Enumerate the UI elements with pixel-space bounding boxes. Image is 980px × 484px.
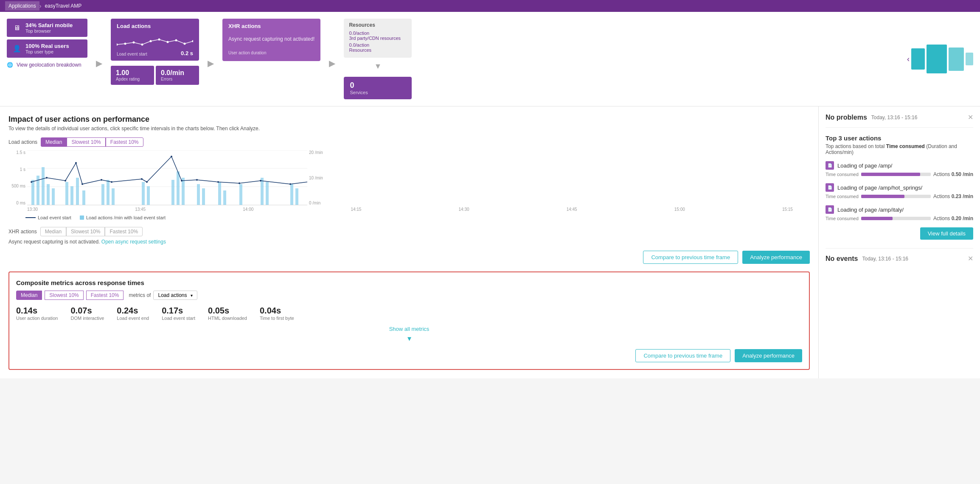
composite-filter-row: Median Slowest 10% Fastest 10% metrics o… — [16, 291, 802, 300]
down-arrow: ▼ — [344, 62, 412, 71]
geolocation-link[interactable]: 🌐 View geolocation breakdown — [7, 60, 87, 70]
view-full-btn[interactable]: View full details — [920, 227, 973, 240]
svg-point-4 — [150, 40, 152, 42]
compare-btn-1[interactable]: Compare to previous time frame — [643, 251, 738, 264]
load-chart-svg — [117, 32, 193, 49]
filter-fastest[interactable]: Fastest 10% — [106, 137, 143, 147]
breadcrumb-applications[interactable]: Applications — [5, 1, 39, 11]
no-problems-header: No problems Today, 13:16 - 15:16 ✕ — [826, 113, 973, 121]
ua-icon-1: 📄 — [826, 183, 834, 192]
svg-rect-39 — [295, 188, 298, 205]
y-label-0ms: 0 ms — [8, 201, 25, 205]
svg-point-6 — [167, 41, 169, 43]
svg-point-55 — [289, 183, 291, 185]
filter-median[interactable]: Median — [41, 137, 67, 147]
ua-icon-0: 📄 — [826, 161, 834, 170]
ua-icon-2: 📄 — [826, 205, 834, 214]
compare-btn-2[interactable]: Compare to previous time frame — [635, 349, 730, 362]
thumbnail-area: ‹ — [907, 19, 973, 99]
services-label: Services — [350, 90, 406, 95]
metric-val-3: 0.17s — [162, 306, 195, 316]
no-problems-time: Today, 13:16 - 15:16 — [871, 115, 918, 120]
impact-subtitle: To view the details of individual user a… — [8, 126, 810, 131]
composite-filter-slowest[interactable]: Slowest 10% — [45, 291, 83, 300]
time-consumed-2: Time consumed Actions 0.20 /min — [826, 215, 973, 221]
legend-load-actions: Load actions /min with load event start — [80, 215, 166, 220]
ua-name-0: 📄 Loading of page /amp/ — [826, 161, 973, 170]
load-value: 0.2 s — [181, 50, 193, 56]
progress-bg-2 — [861, 217, 931, 220]
metric-lbl-2: Load event end — [117, 316, 149, 321]
svg-rect-38 — [290, 184, 293, 205]
x-label-1345: 13:45 — [135, 207, 146, 212]
y-label-1s: 1 s — [8, 167, 25, 172]
svg-rect-33 — [218, 182, 221, 205]
load-actions-dropdown[interactable]: Load actions ▾ — [153, 291, 197, 300]
services-val: 0 — [350, 81, 406, 90]
analyze-btn-1[interactable]: Analyze performance — [742, 251, 810, 264]
legend-load-label: Load event start — [38, 215, 71, 220]
progress-fill-2 — [861, 217, 893, 220]
svg-point-41 — [46, 177, 48, 179]
ua-name-2: 📄 Loading of page /amp/italy/ — [826, 205, 973, 214]
top3-subtitle-bold: Time consumed — [886, 143, 925, 149]
tc-label-2: Time consumed — [826, 216, 859, 221]
resource-item-2[interactable]: 0.0/actionResources — [349, 42, 407, 53]
user-type-badge: 👤 100% Real users Top user type — [7, 39, 87, 58]
filter-slowest[interactable]: Slowest 10% — [67, 137, 105, 147]
svg-point-45 — [101, 179, 102, 181]
xhr-filter-median[interactable]: Median — [40, 227, 66, 236]
x-label-1500: 15:00 — [674, 207, 685, 212]
svg-point-2 — [133, 42, 135, 44]
composite-filter-fastest[interactable]: Fastest 10% — [86, 291, 124, 300]
svg-rect-29 — [177, 171, 180, 205]
xhr-filter-slowest[interactable]: Slowest 10% — [66, 227, 105, 236]
y-axis-left: 1.5 s 1 s 500 ms 0 ms — [8, 150, 27, 205]
metric-lbl-1: DOM interactive — [70, 316, 104, 321]
svg-rect-19 — [65, 182, 68, 205]
metric-val-4: 0.05s — [208, 306, 247, 316]
impact-title: Impact of user actions on performance — [8, 115, 810, 124]
xhr-filter-fastest[interactable]: Fastest 10% — [105, 227, 143, 236]
metric-load-event-start: 0.17s Load event start — [162, 306, 195, 321]
resource-item-1[interactable]: 0.0/action3rd party/CDN resources — [349, 31, 407, 41]
svg-rect-26 — [142, 182, 145, 205]
top3-subtitle: Top actions based on total Time consumed… — [826, 143, 973, 155]
chevron-down-icon[interactable]: ▾ — [16, 334, 802, 343]
svg-point-54 — [260, 180, 261, 182]
svg-rect-36 — [261, 178, 264, 205]
show-all-link[interactable]: Show all metrics — [16, 326, 802, 332]
left-panel: Impact of user actions on performance To… — [0, 106, 819, 378]
header: Applications › easyTravel AMP — [0, 0, 980, 12]
thumb-box-4 — [966, 53, 973, 65]
arrow-3: ▶ — [326, 27, 339, 99]
metric-lbl-4: HTML downloaded — [208, 316, 247, 321]
resources-title: Resources — [349, 22, 407, 28]
async-msg-text: Async request capturing is not activated… — [8, 239, 100, 245]
user-action-item-0: 📄 Loading of page /amp/ Time consumed Ac… — [826, 161, 973, 177]
svg-point-8 — [184, 43, 186, 45]
events-close-icon[interactable]: ✕ — [968, 255, 973, 263]
ua-label-0: Loading of page /amp/ — [837, 162, 892, 169]
close-icon[interactable]: ✕ — [968, 113, 973, 121]
chart-container: 1.5 s 1 s 500 ms 0 ms — [8, 150, 810, 212]
x-label-1445: 14:45 — [567, 207, 577, 212]
thumb-nav-left[interactable]: ‹ — [907, 55, 910, 64]
x-label-1430: 14:30 — [459, 207, 469, 212]
async-link[interactable]: Open async request settings — [101, 239, 166, 245]
load-actions-block: Load actions Load event start 0.2 s — [111, 19, 199, 61]
breadcrumb-easytravel[interactable]: easyTravel AMP — [41, 3, 85, 9]
user-action-item-1: 📄 Loading of page /amp/hot_springs/ Time… — [826, 183, 973, 199]
apdex-val: 1.00 — [116, 69, 149, 77]
composite-filter-median[interactable]: Median — [16, 291, 42, 300]
metric-load-event-end: 0.24s Load event end — [117, 306, 149, 321]
analyze-btn-2[interactable]: Analyze performance — [735, 349, 802, 362]
legend-bar-icon — [80, 215, 84, 220]
svg-rect-32 — [202, 188, 205, 205]
load-actions-label: Load actions — [117, 23, 193, 29]
info-panel: 🖥 34% Safari mobile Top browser 👤 100% R… — [7, 19, 87, 99]
metric-user-action: 0.14s User action duration — [16, 306, 58, 321]
svg-point-46 — [111, 181, 112, 183]
metric-lbl-3: Load event start — [162, 316, 195, 321]
svg-rect-28 — [171, 180, 174, 205]
